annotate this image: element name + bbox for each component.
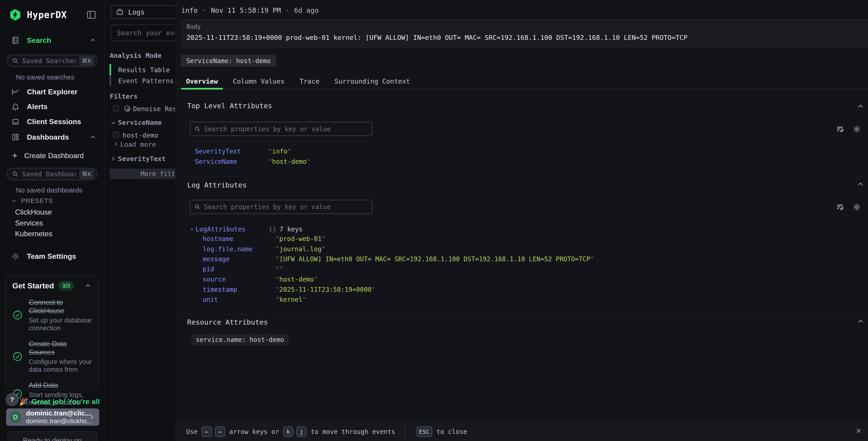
attribute-value[interactable]: kernel [276,296,306,303]
attribute-value[interactable]: prod-web-01 [276,235,326,243]
attribute-row[interactable]: hostnameprod-web-01 [203,235,326,243]
sidebar-item-team-settings[interactable]: Team Settings [0,249,105,263]
mode-event-patterns[interactable]: Event Patterns [118,77,174,85]
tab-trace[interactable]: Trace [294,75,324,90]
chevron-up-icon[interactable] [89,37,97,44]
attribute-row[interactable]: message[UFW ALLOW] IN=eth0 OUT= MAC= SRC… [203,255,594,263]
top-level-search-input[interactable] [204,125,372,133]
denoise-checkbox[interactable] [113,105,119,111]
get-started-item[interactable]: Create Data Sources Configure where your… [12,340,94,373]
filter-group-servicename[interactable]: ServiceName [118,119,162,126]
mode-rail [110,64,111,86]
chevron-down-icon[interactable] [110,119,117,126]
attribute-key[interactable]: unit [203,296,276,303]
attribute-key[interactable]: log.file.name [203,245,276,253]
log-attrs-search-input[interactable] [204,203,372,211]
wrap-lines-icon[interactable] [836,203,844,211]
arrow-left-key: ← [202,427,212,437]
host-demo-checkbox[interactable] [113,132,119,138]
chevron-up-icon[interactable] [89,134,97,141]
attribute-key[interactable]: message [203,255,276,263]
saved-searches-search[interactable]: ⌘K [7,55,97,67]
attribute-value[interactable]: info [268,148,291,155]
dashboards-icon [11,133,20,142]
get-started-item-title: Connect to ClickHouse [29,298,93,315]
attribute-row[interactable]: SeverityTextinfo [195,148,291,155]
attribute-value[interactable] [276,265,283,273]
preset-kubernetes[interactable]: Kubernetes [15,230,52,238]
attribute-value[interactable]: journal.log [276,245,326,253]
sidebar-item-dashboards[interactable]: Dashboards [0,130,105,144]
attribute-key[interactable]: ServiceName [195,158,268,165]
help-button[interactable]: ? [6,393,19,406]
attribute-key[interactable]: pid [203,265,276,273]
sidebar-item-search[interactable]: Search [0,33,105,47]
collapse-sidebar-icon[interactable] [86,9,97,20]
saved-dashboards-input[interactable] [22,170,76,178]
search-icon [11,57,19,64]
get-started-item[interactable]: Connect to ClickHouse Set up your databa… [12,298,94,332]
deploy-teaser-card[interactable]: Ready to deploy on [7,431,97,441]
key-count: 7 keys [280,226,303,233]
sidebar-item-client-sessions[interactable]: Client Sessions [0,115,105,128]
denoise-icon [123,105,131,113]
tab-overview[interactable]: Overview [181,75,223,90]
load-more-link[interactable]: Load more [120,141,156,148]
gear-icon[interactable] [852,203,861,211]
event-details-drawer: info · Nov 11 5:58:19 PM · 6d ago Body 2… [175,0,868,441]
close-icon[interactable] [855,427,863,435]
host-demo-option[interactable]: host-demo [123,131,158,139]
tab-surrounding-context[interactable]: Surrounding Context [330,75,415,90]
collapse-section-icon[interactable] [856,180,865,188]
attribute-key[interactable]: hostname [203,235,276,243]
attribute-row[interactable]: unitkernel [203,296,306,303]
chevron-up-icon[interactable] [84,282,92,290]
preset-services[interactable]: Services [15,219,43,227]
collapse-section-icon[interactable] [856,317,865,326]
tree-caret-icon[interactable]: ▾ [191,227,193,232]
sidebar-item-alerts[interactable]: Alerts [0,100,105,113]
user-menu[interactable]: D dominic.tran@clic... dominic.tran@clic… [6,408,99,426]
tab-column-values[interactable]: Column Values [228,75,290,90]
attribute-value[interactable]: host-demo [276,276,318,283]
attribute-row[interactable]: ServiceNamehost-demo [195,158,310,165]
attribute-value[interactable]: [UFW ALLOW] IN=eth0 OUT= MAC= SRC=192.16… [276,255,594,263]
saved-dashboards-search[interactable]: ⌘K [7,168,97,180]
servicename-tag[interactable]: ServiceName: host-demo [181,55,276,67]
wrap-lines-icon[interactable] [836,125,844,134]
collapse-section-icon[interactable] [856,102,865,111]
attribute-row[interactable]: pid [203,265,283,273]
attribute-row[interactable]: sourcehost-demo [203,276,318,283]
sidebar-item-label: Dashboards [27,133,69,142]
hyperdx-logo-icon [9,8,22,22]
event-search-input[interactable] [117,29,175,37]
sidebar-item-chart-explorer[interactable]: Chart Explorer [0,85,105,99]
denoise-label[interactable]: Denoise Resul [133,105,175,113]
gear-icon[interactable] [852,125,861,134]
brand-name: HyperDX [27,9,67,20]
attribute-row[interactable]: timestamp2025-11-11T23:58:19+0000 [203,286,375,293]
attribute-key[interactable]: timestamp [203,286,276,293]
attribute-key[interactable]: source [203,276,276,283]
attribute-key[interactable]: LogAttributes [195,226,269,233]
attribute-value[interactable]: host-demo [268,158,310,165]
source-selector[interactable]: Logs [111,5,175,19]
resource-service-tag[interactable]: service.name: host-demo [191,334,289,345]
attribute-value[interactable]: 2025-11-11T23:58:19+0000 [276,286,375,293]
presets-toggle[interactable]: PRESETS [11,197,53,205]
saved-searches-input[interactable] [22,57,76,65]
team-settings-label: Team Settings [27,252,76,261]
event-search-box[interactable] [111,25,175,41]
attribute-row[interactable]: log.file.namejournal.log [203,245,326,253]
chevron-right-icon[interactable] [110,155,117,162]
filter-group-severitytext[interactable]: SeverityText [118,155,166,163]
attribute-key[interactable]: SeverityText [195,148,268,155]
preset-clickhouse[interactable]: ClickHouse [15,208,52,216]
log-attrs-search-box[interactable] [190,200,372,214]
get-started-progress-badge: 3/3 [59,281,74,290]
more-filters-button[interactable]: More filte [110,169,175,179]
create-dashboard-button[interactable]: Create Dashboard [0,149,105,163]
attribute-tree-root[interactable]: ▾LogAttributes{}7 keys [191,226,303,233]
top-level-search-box[interactable] [190,122,372,136]
mode-results-table[interactable]: Results Table [118,66,170,74]
